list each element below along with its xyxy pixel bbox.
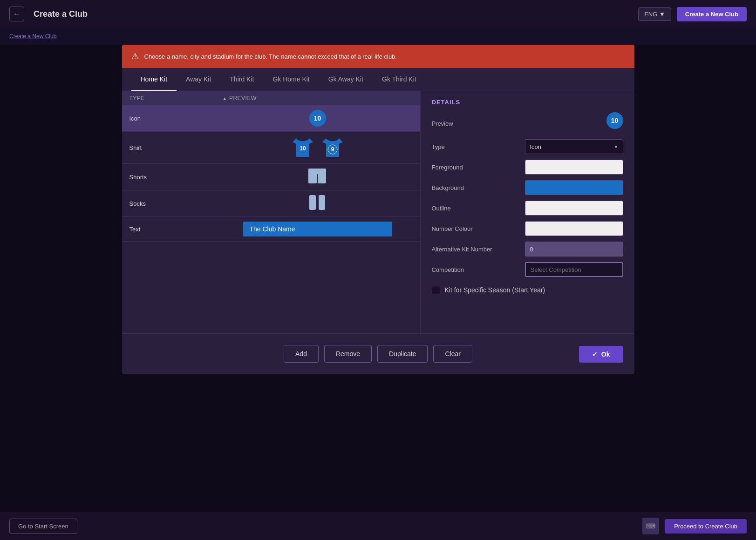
kit-season-label: Kit for Specific Season (Start Year) xyxy=(445,286,545,294)
tab-third-kit[interactable]: Third Kit xyxy=(220,68,263,91)
warning-icon: ⚠ xyxy=(131,51,139,61)
top-bar: ← Create a Club ENG ▼ Create a New Club xyxy=(0,0,756,28)
table-row-socks[interactable]: Socks xyxy=(122,190,420,217)
background-label: Background xyxy=(432,184,525,191)
text-preview xyxy=(223,222,413,236)
go-start-button[interactable]: Go to Start Screen xyxy=(9,519,77,534)
icon-preview: 10 xyxy=(223,110,413,127)
content-area: TYPE ▲ PREVIEW Icon 10 Shirt xyxy=(122,91,634,333)
icon-badge: 10 xyxy=(309,110,326,127)
clear-button[interactable]: Clear xyxy=(433,345,472,363)
number-colour-swatch[interactable] xyxy=(525,221,623,236)
detail-row-competition: Competition xyxy=(432,261,623,278)
duplicate-button[interactable]: Duplicate xyxy=(377,345,428,363)
tab-gk-home-kit[interactable]: Gk Home Kit xyxy=(263,68,319,91)
tab-home-kit[interactable]: Home Kit xyxy=(131,68,177,91)
bottom-actions: Add Remove Duplicate Clear ✓ Ok xyxy=(122,333,634,374)
row-label-icon: Icon xyxy=(129,115,223,122)
kit-tabs: Home Kit Away Kit Third Kit Gk Home Kit … xyxy=(122,68,634,91)
tab-gk-third-kit[interactable]: Gk Third Kit xyxy=(373,68,426,91)
preview-column-header: ▲ PREVIEW xyxy=(223,95,413,101)
warning-text: Choose a name, city and stadium for the … xyxy=(144,53,397,60)
sub-link[interactable]: Create a New Club xyxy=(9,33,56,40)
shorts-icon xyxy=(307,169,328,185)
keyboard-icon[interactable]: ⌨ xyxy=(642,518,659,534)
outline-value xyxy=(525,201,623,216)
create-new-club-button[interactable]: Create a New Club xyxy=(677,7,747,21)
type-select-wrapper: Icon Badge Text xyxy=(525,139,623,154)
foreground-value xyxy=(525,160,623,175)
page-title: Create a Club xyxy=(34,9,88,19)
competition-label: Competition xyxy=(432,266,525,273)
remove-button[interactable]: Remove xyxy=(324,345,372,363)
right-panel: DETAILS Preview 10 Type Icon Badge Text xyxy=(420,91,634,333)
alt-kit-number-input[interactable] xyxy=(525,242,623,256)
svg-rect-5 xyxy=(308,169,326,174)
table-row-icon[interactable]: Icon 10 xyxy=(122,105,420,132)
modal: ⚠ Choose a name, city and stadium for th… xyxy=(122,45,634,374)
shorts-preview xyxy=(223,169,413,185)
table-row-shorts[interactable]: Shorts xyxy=(122,164,420,190)
detail-row-alt-kit-number: Alternative Kit Number xyxy=(432,241,623,257)
tab-away-kit[interactable]: Away Kit xyxy=(177,68,220,91)
warning-banner: ⚠ Choose a name, city and stadium for th… xyxy=(122,45,634,68)
ok-label: Ok xyxy=(601,351,610,358)
outline-color-swatch[interactable] xyxy=(525,201,623,216)
row-label-shirt: Shirt xyxy=(129,144,223,151)
preview-badge-container: 10 xyxy=(525,112,623,129)
number-colour-value xyxy=(525,221,623,236)
type-select[interactable]: Icon Badge Text xyxy=(525,139,623,154)
row-label-socks: Socks xyxy=(129,200,223,207)
competition-input[interactable] xyxy=(525,262,623,277)
tab-gk-away-kit[interactable]: Gk Away Kit xyxy=(319,68,373,91)
shirt-preview: 10 9 xyxy=(223,136,413,159)
table-row-shirt[interactable]: Shirt 10 9 xyxy=(122,132,420,164)
competition-value xyxy=(525,262,623,277)
background-color-swatch[interactable] xyxy=(525,180,623,195)
type-label: Type xyxy=(432,143,525,150)
shirt-icon-blue: 10 xyxy=(293,136,313,159)
sort-icon: ▲ xyxy=(223,96,227,101)
preview-label: Preview xyxy=(432,120,525,127)
kit-season-checkbox[interactable] xyxy=(432,286,440,294)
detail-row-outline: Outline xyxy=(432,200,623,216)
svg-rect-7 xyxy=(319,195,325,210)
club-name-input[interactable] xyxy=(243,222,392,236)
shirt-icon-white: 9 xyxy=(322,136,343,159)
details-title: DETAILS xyxy=(432,99,623,106)
ok-button[interactable]: ✓ Ok xyxy=(579,346,623,363)
detail-row-number-colour: Number Colour xyxy=(432,220,623,237)
table-header: TYPE ▲ PREVIEW xyxy=(122,91,420,105)
alt-kit-number-value xyxy=(525,242,623,256)
socks-preview xyxy=(223,195,413,212)
add-button[interactable]: Add xyxy=(284,345,319,363)
detail-row-background: Background xyxy=(432,179,623,196)
preview-badge: 10 xyxy=(606,112,623,129)
bottom-right-actions: ⌨ Proceed to Create Club xyxy=(642,518,747,534)
svg-rect-6 xyxy=(309,195,316,210)
foreground-label: Foreground xyxy=(432,164,525,171)
background-value xyxy=(525,180,623,195)
foreground-color-swatch[interactable] xyxy=(525,160,623,175)
detail-row-foreground: Foreground xyxy=(432,159,623,176)
row-label-shorts: Shorts xyxy=(129,174,223,181)
alt-kit-number-label: Alternative Kit Number xyxy=(432,246,525,253)
row-label-text: Text xyxy=(129,226,223,233)
svg-text:10: 10 xyxy=(300,145,306,152)
table-row-text[interactable]: Text xyxy=(122,217,420,242)
language-button[interactable]: ENG ▼ xyxy=(638,7,671,21)
top-right-actions: ENG ▼ Create a New Club xyxy=(638,7,747,21)
outline-label: Outline xyxy=(432,205,525,212)
detail-row-type: Type Icon Badge Text xyxy=(432,138,623,155)
sub-bar: Create a New Club xyxy=(0,28,756,45)
number-colour-label: Number Colour xyxy=(432,225,525,232)
left-panel: TYPE ▲ PREVIEW Icon 10 Shirt xyxy=(122,91,420,333)
detail-row-preview: Preview 10 xyxy=(432,112,623,135)
ok-icon: ✓ xyxy=(592,351,598,358)
kit-season-checkbox-row: Kit for Specific Season (Start Year) xyxy=(432,286,545,294)
back-button[interactable]: ← xyxy=(9,7,24,21)
svg-text:9: 9 xyxy=(331,146,334,153)
proceed-button[interactable]: Proceed to Create Club xyxy=(665,519,747,533)
bottom-bar: Go to Start Screen ⌨ Proceed to Create C… xyxy=(0,512,756,540)
type-column-header: TYPE xyxy=(129,95,223,101)
